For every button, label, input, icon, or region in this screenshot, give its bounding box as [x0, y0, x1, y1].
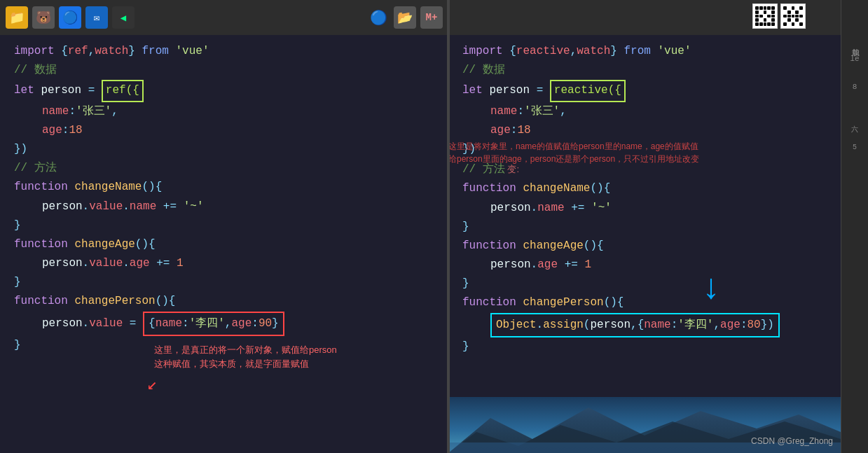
left-taskbar: 📁 🐻 🔵 ✉ ◀ 🔵 📂 M+: [0, 0, 448, 35]
right-code-panel: import {reactive,watch} from 'vue' // 数据…: [448, 35, 841, 453]
left-code-panel: import {ref,watch} from 'vue' // 数据 let …: [0, 35, 448, 453]
right-code-line-1: import {reactive,watch} from 'vue': [462, 42, 827, 61]
qr-code: [752, 4, 778, 29]
far-right-sidebar: 加载 le 8 六 5: [841, 0, 868, 453]
red-arrow: ↙: [147, 371, 157, 400]
code-line-1: import {ref,watch} from 'vue': [14, 42, 434, 61]
code-line-10: }: [14, 216, 434, 235]
left-annotation: 这里，是真正的将一个新对象，赋值给person 这种赋值，其实本质，就是字面量赋…: [154, 343, 337, 370]
right-code-line-4: name:'张三',: [490, 102, 827, 121]
right-taskbar: [448, 0, 841, 35]
right-annotation: 这里是将对象里，name的值赋值给person里的name，age的值赋值 给p…: [448, 140, 699, 165]
taskbar-icon-chrome[interactable]: 🔵: [367, 6, 390, 29]
code-line-5: age:18: [42, 121, 434, 140]
right-code-line-2: // 数据: [462, 61, 827, 80]
right-code-line-12: person.age += 1: [490, 256, 827, 274]
taskbar-icon-4[interactable]: ✉: [85, 6, 108, 29]
code-line-6: }): [14, 140, 434, 159]
right-code-line-13: }: [462, 274, 827, 293]
right-code-line-15: Object.assign(person,{name:'李四',age:80}): [490, 313, 827, 337]
code-line-11: function changeAge(){: [14, 235, 434, 254]
blue-arrow: ↓: [701, 259, 722, 319]
highlight-object-assign: Object.assign(person,{name:'李四',age:80}): [490, 313, 780, 337]
panel-divider: [447, 0, 450, 453]
highlight-ref: ref({: [102, 80, 144, 102]
sidebar-text-5: 5: [853, 144, 857, 151]
taskbar-icon-1[interactable]: 📁: [6, 6, 28, 29]
csdn-credit: CSDN @Greg_Zhong: [751, 436, 833, 446]
sidebar-text-4: 六: [851, 125, 858, 134]
code-line-7: // 方法: [14, 159, 434, 178]
code-line-13: }: [14, 273, 434, 292]
right-code-line-14: function changePerson(){: [462, 293, 827, 312]
code-line-15: person.value = {name:'李四',age:90}: [42, 312, 434, 336]
qr-code-2: [780, 4, 806, 29]
sidebar-text-2: le: [850, 55, 859, 63]
taskbar-icon-app[interactable]: M+: [420, 6, 443, 29]
sidebar-text-3: 8: [853, 83, 857, 91]
right-code-line-11: function changeAge(){: [462, 237, 827, 256]
taskbar-icon-folder[interactable]: 📂: [394, 6, 416, 29]
right-code-line-5: age:18: [490, 121, 827, 140]
right-code-line-9: person.name += '~': [490, 199, 827, 218]
taskbar-icon-3[interactable]: 🔵: [59, 6, 81, 29]
highlight-reactive: reactive({: [550, 80, 626, 102]
code-line-8: function changeName(){: [14, 178, 434, 197]
code-line-4: name:'张三',: [42, 102, 434, 121]
taskbar-icon-5[interactable]: ◀: [112, 6, 135, 29]
code-line-2: // 数据: [14, 61, 434, 80]
highlight-assign-left: {name:'李四',age:90}: [143, 312, 284, 336]
code-line-12: person.value.age += 1: [42, 254, 434, 273]
qr-area: [752, 4, 806, 29]
code-line-14: function changePerson(){: [14, 292, 434, 311]
taskbar-icon-2[interactable]: 🐻: [32, 6, 55, 29]
right-code-line-8: function changeName(){: [462, 179, 827, 198]
right-code-line-16: }: [462, 337, 827, 356]
right-code-line-3: let person = reactive({: [462, 80, 827, 102]
code-line-9: person.value.name += '~': [42, 197, 434, 216]
right-code-line-10: }: [462, 218, 827, 237]
code-line-3: let person = ref({: [14, 80, 434, 102]
